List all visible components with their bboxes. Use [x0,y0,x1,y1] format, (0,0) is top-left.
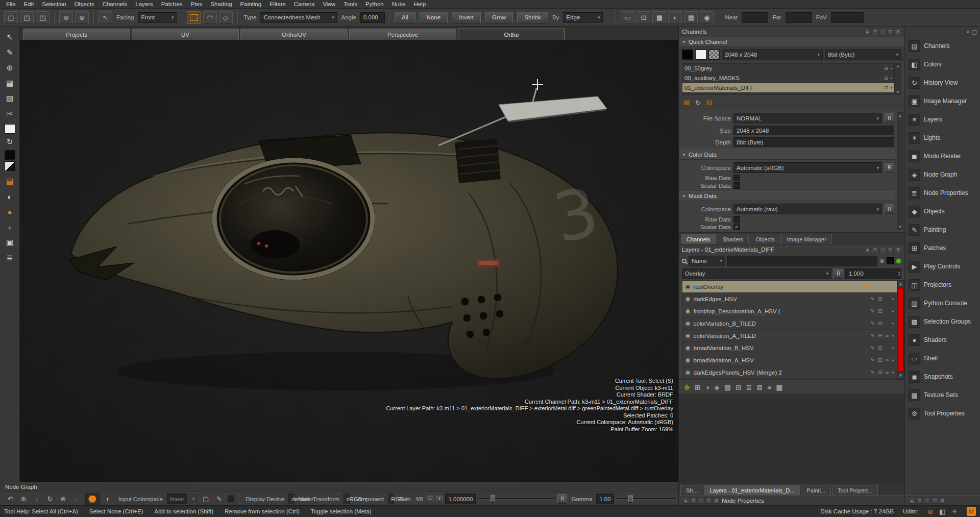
page-icon[interactable]: ▤ [684,11,698,24]
palette-node-properties[interactable]: ≣ Node Properties [905,184,980,202]
palette-icon[interactable]: ◧ [939,508,945,515]
float-icon[interactable]: ↑ [879,29,886,35]
menu-item[interactable]: Camera [289,1,318,7]
paint-target-icon[interactable]: ● [3,205,17,218]
polygon-lasso-icon[interactable]: ◇ [219,11,233,24]
palette-lights[interactable]: ☀ Lights [905,129,980,147]
scroll-up-icon[interactable]: ▲ [897,281,904,287]
select-tool-icon[interactable]: ↖ [3,31,17,44]
selection-button[interactable]: All [395,12,415,23]
marquee-select-icon[interactable] [187,11,201,24]
file-space-reset-button[interactable]: R [885,113,894,123]
add-channel-icon[interactable]: ⊞ [684,99,690,107]
mask-data-header[interactable]: ▼ Mask Data [679,191,895,201]
selection-button[interactable]: Grow [485,12,513,23]
gamma-slider[interactable] [617,495,677,503]
uv-view-toggle-icon[interactable]: ▤ [3,175,17,188]
slider-thumb[interactable] [628,495,633,503]
palette-shaders[interactable]: ● Shaders [905,331,980,349]
palette-painting[interactable]: ✎ Painting [905,220,980,239]
add-paint-layer-icon[interactable]: ⊕ [684,383,690,391]
selection-button[interactable]: None [420,12,448,23]
refresh-icon[interactable]: ↻ [44,494,56,505]
shade-icon[interactable]: ▴ [909,497,915,504]
selection-button[interactable]: Invert [452,12,481,23]
stepper-icons[interactable]: ▴ ▾ [898,270,900,277]
pan-icon[interactable]: ⊕ [17,494,30,505]
visibility-eye-icon[interactable]: ◉ [685,357,691,363]
shader-ball-icon[interactable]: ◐ [102,494,114,505]
circle-select-icon[interactable]: ◌ [70,494,83,505]
selection-button[interactable]: Shrink [517,12,548,23]
filter-status-icon[interactable] [896,258,901,264]
menu-item[interactable]: File [2,1,20,7]
close-icon[interactable]: ✕ [895,29,901,35]
mari-badge-icon[interactable]: M [967,507,976,516]
graph-layer-icon[interactable]: ◈ [714,383,720,391]
mask-colorspace-reset-button[interactable]: R [885,204,894,214]
menu-item[interactable]: View [318,1,339,7]
viewport-tab[interactable]: Ortho [458,29,565,40]
visibility-eye-icon[interactable]: ◉ [685,296,691,302]
color-colorspace-dropdown[interactable]: Automatic (sRGB) ▾ [733,162,882,173]
color-data-header[interactable]: ▼ Color Data [679,150,895,160]
viewport-canvas[interactable]: 3 Current Tool: Select (S)Current Object… [20,40,678,482]
viewport-tab[interactable]: UV [132,29,239,40]
layer-amount-field[interactable]: 1.000 ▴ ▾ [845,268,901,279]
mesh-icon[interactable]: ▦ [652,11,666,24]
add-tool-icon[interactable]: + [3,220,17,234]
palette-python-console[interactable]: ▥ Python Console [905,294,980,312]
menu-item[interactable]: Painting [236,1,266,7]
note-icon[interactable]: ▢ [200,494,212,505]
facing-dropdown[interactable]: Front ▾ [138,12,177,23]
collapse-sidebar-icon[interactable]: » [966,29,969,35]
palette-tool-properties[interactable]: ⚙ Tool Properties [905,404,980,423]
palette-layers[interactable]: ≡ Layers [905,110,980,129]
docked-panel-tab[interactable]: Layers - 01_exteriorMaterials_D... [704,485,800,495]
palette-image-manager[interactable]: ▣ Image Manager [905,92,980,110]
list-view-icon[interactable]: ≡ [767,383,771,391]
fov-field[interactable] [831,12,864,23]
patch-mode-icon[interactable]: ▣ [3,236,17,249]
channel-row[interactable]: 00_50grey ⊟ ▪ [682,64,894,73]
color-raw-data-checkbox[interactable] [733,175,740,181]
viewport-tab[interactable]: Ortho/UV [240,29,348,40]
help-icon[interactable]: ? [690,497,697,504]
menu-item[interactable]: Channels [99,1,132,7]
palette-modo-render[interactable]: ◼ Modo Render [905,147,980,165]
channel-row[interactable]: 00_auxiliary_MASKS ⊟ ▪ [682,73,894,83]
palette-projectors[interactable]: ◫ Projectors [905,276,980,294]
bitdepth-dropdown[interactable]: 8bit (Byte) ▾ [825,50,901,60]
help-icon[interactable]: ? [872,29,878,35]
node-view-icon[interactable]: ⊚ [75,11,89,24]
close-icon[interactable]: ✕ [713,497,720,504]
menu-item[interactable]: Shading [206,1,236,7]
palette-colors[interactable]: ◧ Colors [905,55,980,73]
component-dropdown[interactable]: RGB ▾ [388,494,394,504]
snap-icon[interactable]: ⊗ [57,494,69,505]
adjustment-layer-icon[interactable]: ◑ [705,383,709,391]
layer-row[interactable]: ◉ broadVariation_B_HSV ● ✎ ⊟ ∞ ▪ [682,342,897,354]
duplicate-layer-icon[interactable]: ⊞ [695,383,701,391]
shade-icon[interactable]: ▴ [864,247,871,253]
viewport-tab[interactable]: Projects [23,29,130,40]
annotate-icon[interactable]: ✎ [213,494,225,505]
panel-tab[interactable]: Image Manager [781,234,832,244]
by-dropdown[interactable]: Edge ▾ [563,12,603,23]
bulb-icon[interactable]: ☀ [951,508,958,515]
visibility-eye-icon[interactable]: ◉ [685,332,691,339]
panel-tab[interactable]: Channels [681,234,716,244]
menu-item[interactable]: Objects [70,1,99,7]
layer-row[interactable]: ◉ rustOverlay ● ✎ ⊟ ∞ ▪ [682,281,897,293]
view-transform-dropdown[interactable]: sRGB ▾ [344,494,350,504]
gradient-swatch[interactable] [5,161,15,171]
help-icon[interactable]: ? [916,497,923,504]
select-cursor-icon[interactable]: ↖ [99,11,112,24]
gain-plus-button[interactable]: + [436,496,443,502]
background-color-swatch[interactable] [5,150,15,160]
node-add-icon[interactable]: ⊛ [59,11,73,24]
channel-layer-icon[interactable]: ▤ [724,383,731,391]
close-icon[interactable]: ✕ [895,247,901,253]
menu-item[interactable]: Filters [265,1,289,7]
display-device-dropdown[interactable]: default ▾ [288,494,295,504]
